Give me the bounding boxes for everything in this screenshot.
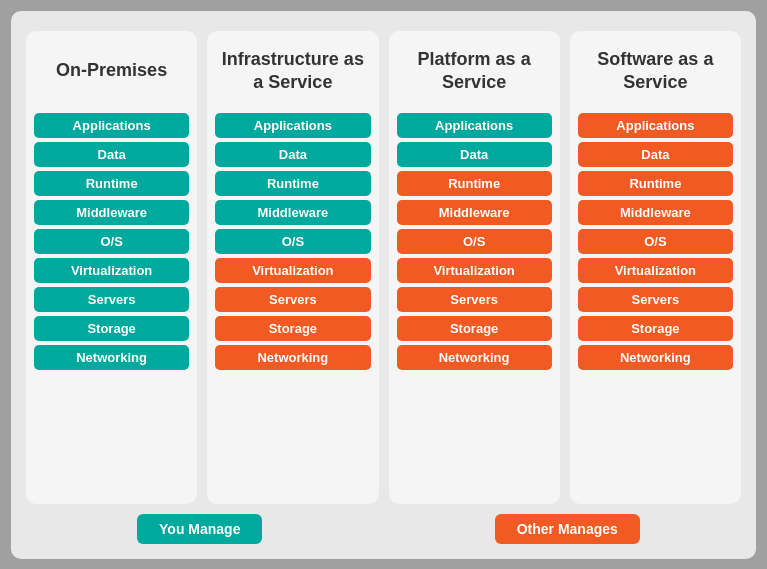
- item-badge-middleware-on-premises: Middleware: [34, 200, 189, 225]
- item-badge-runtime-on-premises: Runtime: [34, 171, 189, 196]
- item-badge-middleware-iaas: Middleware: [215, 200, 370, 225]
- item-badge-networking-saas: Networking: [578, 345, 733, 370]
- item-badge-runtime-saas: Runtime: [578, 171, 733, 196]
- item-badge-virtualization-on-premises: Virtualization: [34, 258, 189, 283]
- item-badge-o-s-on-premises: O/S: [34, 229, 189, 254]
- you-manage-legend: You Manage: [137, 514, 262, 544]
- item-badge-data-saas: Data: [578, 142, 733, 167]
- legend-row: You Manage Other Manages: [26, 514, 741, 544]
- item-badge-runtime-paas: Runtime: [397, 171, 552, 196]
- column-saas: Software as a ServiceApplicationsDataRun…: [570, 31, 741, 504]
- diagram-container: On-PremisesApplicationsDataRuntimeMiddle…: [11, 11, 756, 559]
- item-badge-data-on-premises: Data: [34, 142, 189, 167]
- item-badge-networking-on-premises: Networking: [34, 345, 189, 370]
- item-badge-data-paas: Data: [397, 142, 552, 167]
- columns-row: On-PremisesApplicationsDataRuntimeMiddle…: [26, 31, 741, 504]
- items-list-iaas: ApplicationsDataRuntimeMiddlewareO/SVirt…: [215, 113, 370, 370]
- item-badge-o-s-paas: O/S: [397, 229, 552, 254]
- item-badge-virtualization-iaas: Virtualization: [215, 258, 370, 283]
- column-title-saas: Software as a Service: [578, 43, 733, 99]
- item-badge-data-iaas: Data: [215, 142, 370, 167]
- item-badge-o-s-iaas: O/S: [215, 229, 370, 254]
- item-badge-applications-saas: Applications: [578, 113, 733, 138]
- item-badge-storage-on-premises: Storage: [34, 316, 189, 341]
- item-badge-runtime-iaas: Runtime: [215, 171, 370, 196]
- column-paas: Platform as a ServiceApplicationsDataRun…: [389, 31, 560, 504]
- other-manages-spacer: Other Manages: [394, 514, 742, 544]
- item-badge-applications-iaas: Applications: [215, 113, 370, 138]
- column-iaas: Infrastructure as a ServiceApplicationsD…: [207, 31, 378, 504]
- item-badge-servers-paas: Servers: [397, 287, 552, 312]
- items-list-paas: ApplicationsDataRuntimeMiddlewareO/SVirt…: [397, 113, 552, 370]
- item-badge-storage-saas: Storage: [578, 316, 733, 341]
- item-badge-networking-paas: Networking: [397, 345, 552, 370]
- item-badge-middleware-paas: Middleware: [397, 200, 552, 225]
- items-list-saas: ApplicationsDataRuntimeMiddlewareO/SVirt…: [578, 113, 733, 370]
- item-badge-virtualization-paas: Virtualization: [397, 258, 552, 283]
- item-badge-storage-iaas: Storage: [215, 316, 370, 341]
- item-badge-middleware-saas: Middleware: [578, 200, 733, 225]
- item-badge-servers-iaas: Servers: [215, 287, 370, 312]
- item-badge-applications-on-premises: Applications: [34, 113, 189, 138]
- column-title-iaas: Infrastructure as a Service: [215, 43, 370, 99]
- item-badge-servers-saas: Servers: [578, 287, 733, 312]
- item-badge-servers-on-premises: Servers: [34, 287, 189, 312]
- item-badge-applications-paas: Applications: [397, 113, 552, 138]
- item-badge-storage-paas: Storage: [397, 316, 552, 341]
- item-badge-virtualization-saas: Virtualization: [578, 258, 733, 283]
- column-on-premises: On-PremisesApplicationsDataRuntimeMiddle…: [26, 31, 197, 504]
- items-list-on-premises: ApplicationsDataRuntimeMiddlewareO/SVirt…: [34, 113, 189, 370]
- you-manage-spacer: You Manage: [26, 514, 374, 544]
- item-badge-o-s-saas: O/S: [578, 229, 733, 254]
- column-title-on-premises: On-Premises: [56, 43, 167, 99]
- column-title-paas: Platform as a Service: [397, 43, 552, 99]
- item-badge-networking-iaas: Networking: [215, 345, 370, 370]
- other-manages-legend: Other Manages: [495, 514, 640, 544]
